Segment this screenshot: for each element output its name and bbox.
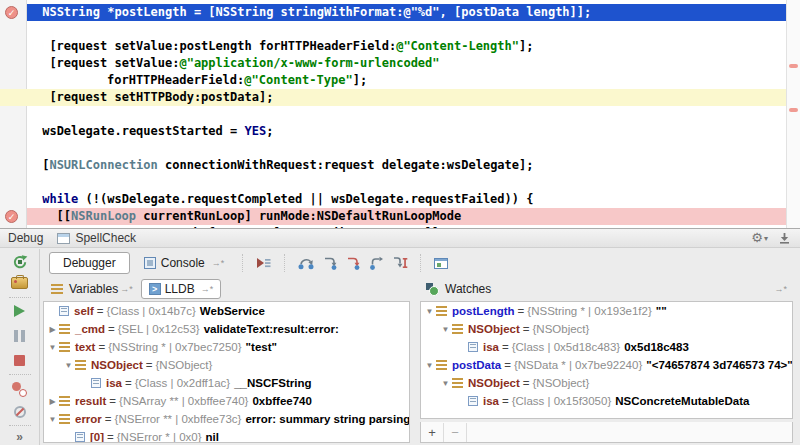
variable-name: error <box>75 413 102 425</box>
stripe-breakpoint-mark[interactable] <box>789 64 798 68</box>
equals-sign: = <box>523 323 530 335</box>
variable-icon <box>436 360 447 370</box>
restore-layout-button[interactable] <box>434 258 448 269</box>
pause-button[interactable] <box>14 328 25 344</box>
variable-icon <box>59 342 70 352</box>
mute-breakpoints-button[interactable] <box>14 404 26 420</box>
variable-type: {Class | 0x5d18c483} <box>512 341 620 353</box>
code-line[interactable]: [request setHTTPBody:postData]; <box>27 89 787 106</box>
breakpoint-icon[interactable]: ✓ <box>5 6 18 19</box>
variable-type: {NSError * | 0x0} <box>117 431 202 443</box>
expand-arrow-icon[interactable]: ▶ <box>46 325 59 334</box>
expand-arrow-icon[interactable]: ▼ <box>439 379 452 388</box>
code-line[interactable] <box>27 174 787 191</box>
step-out-button[interactable] <box>369 256 384 270</box>
variables-row[interactable]: ▼error={NSError ** | 0xbffee73c}error: s… <box>44 410 409 428</box>
watches-tree[interactable]: ▼postLength={NSString * | 0x193e1f2}""▼N… <box>420 301 793 419</box>
toolbox-button[interactable] <box>11 275 28 291</box>
code-editor[interactable]: NSString *postLength = [NSString stringW… <box>0 0 800 228</box>
view-breakpoints-button[interactable] <box>12 381 27 397</box>
stripe-breakpoint-mark[interactable] <box>789 108 798 112</box>
variables-row[interactable]: ▼text={NSString * | 0x7bec7250}"test" <box>44 338 409 356</box>
code-area[interactable]: NSString *postLength = [NSString stringW… <box>27 4 787 242</box>
step-into-button[interactable] <box>323 256 338 270</box>
equals-sign: = <box>105 413 112 425</box>
stop-button[interactable] <box>14 353 25 369</box>
code-token: NSString *postLength = [NSString stringW… <box>42 5 591 19</box>
code-line[interactable]: [request setValue:postLength forHTTPHead… <box>27 38 787 55</box>
expand-arrow-icon[interactable]: ▼ <box>423 361 436 370</box>
variable-icon <box>436 306 447 316</box>
variables-tree[interactable]: self={Class | 0x14b7c}WebService▶_cmd={S… <box>43 301 410 443</box>
variable-icon <box>452 378 463 388</box>
expand-arrow-icon[interactable]: ▼ <box>62 361 75 370</box>
watches-pane-header: Watches →* <box>418 277 795 301</box>
watches-row[interactable]: ▼NSObject={NSObject} <box>421 320 792 338</box>
remove-watch-button[interactable]: − <box>444 423 467 442</box>
code-token: [request setHTTPBody:postData]; <box>49 90 273 104</box>
variable-name: NSObject <box>91 359 143 371</box>
run-to-cursor-button[interactable] <box>392 256 408 270</box>
expand-arrow-icon[interactable]: ▼ <box>439 325 452 334</box>
variable-type: {Class | 0x2dff1ac} <box>135 377 230 389</box>
variable-name: NSObject <box>468 323 520 335</box>
rerun-button[interactable] <box>12 254 28 270</box>
more-actions-button[interactable]: » <box>16 429 23 445</box>
add-watch-button[interactable]: + <box>421 423 444 442</box>
show-execution-point-button[interactable] <box>256 256 272 270</box>
code-line[interactable] <box>27 21 787 38</box>
code-line[interactable]: wsDelegate.requestStarted = YES; <box>27 123 787 140</box>
gear-icon[interactable]: ⚙ <box>751 229 763 247</box>
expand-arrow-icon[interactable]: ▼ <box>423 307 436 316</box>
variables-row[interactable]: ▶result={NSArray ** | 0xbffee740}0xbffee… <box>44 392 409 410</box>
code-line[interactable]: [request setValue:@"application/x-www-fo… <box>27 55 787 72</box>
variable-name: text <box>75 341 95 353</box>
code-line[interactable] <box>27 106 787 123</box>
tab-debugger[interactable]: Debugger <box>49 252 130 274</box>
code-line[interactable] <box>27 140 787 157</box>
code-token: ]; <box>353 73 367 87</box>
code-line[interactable]: forHTTPHeaderField:@"Content-Type"]; <box>27 72 787 89</box>
variables-row[interactable]: isa={Class | 0x2dff1ac}__NSCFString <box>44 374 409 392</box>
tab-variables[interactable]: Variables <box>69 282 118 296</box>
watches-toolbar: + − <box>420 422 793 443</box>
variables-row[interactable]: [0]={NSError * | 0x0}nil <box>44 428 409 443</box>
code-line[interactable]: [[NSRunLoop currentRunLoop] runMode:NSDe… <box>27 208 787 225</box>
stop-icon <box>14 355 25 366</box>
code-line[interactable]: [NSURLConnection connectionWithRequest:r… <box>27 157 787 174</box>
code-line[interactable]: while (!(wsDelegate.requestCompleted || … <box>27 191 787 208</box>
tab-lldb[interactable]: > LLDB →* <box>141 279 222 299</box>
watches-row[interactable]: ▼postLength={NSString * | 0x193e1f2}"" <box>421 302 792 320</box>
resume-button[interactable] <box>14 304 25 320</box>
variable-name: isa <box>483 341 499 353</box>
expand-arrow-icon[interactable]: ▼ <box>46 415 59 424</box>
variables-row[interactable]: ▼NSObject={NSObject} <box>44 356 409 374</box>
tab-console[interactable]: Console →* <box>144 256 225 270</box>
code-token: connectionWithRequest:request delegate:w… <box>158 158 534 172</box>
toolbar-separator <box>420 254 422 272</box>
force-step-into-button[interactable] <box>346 256 361 270</box>
expand-arrow-icon[interactable]: ▶ <box>46 397 59 406</box>
variable-value: NSConcreteMutableData <box>615 395 749 407</box>
hide-panel-icon[interactable] <box>778 232 791 245</box>
variables-pane: Variables →* > LLDB →* self={Class | 0x1… <box>41 277 412 445</box>
variable-name: NSObject <box>468 377 520 389</box>
variable-value: "<74657874 3d746573 74>" <box>646 359 792 371</box>
watches-row[interactable]: ▼NSObject={NSObject} <box>421 374 792 392</box>
chevron-down-icon[interactable]: ▾ <box>764 234 768 243</box>
editor-gutter[interactable]: ✓✓ <box>0 0 27 228</box>
code-line[interactable]: NSString *postLength = [NSString stringW… <box>27 4 787 21</box>
variable-type: {NSObject} <box>532 323 589 335</box>
code-token: @"Content-Type" <box>244 73 352 87</box>
watches-row[interactable]: isa={Class | 0x5d18c483}0x5d18c483 <box>421 338 792 356</box>
variables-row[interactable]: self={Class | 0x14b7c}WebService <box>44 302 409 320</box>
equals-sign: = <box>146 359 153 371</box>
expand-arrow-icon[interactable]: ▼ <box>46 343 59 352</box>
watches-row[interactable]: ▼postData={NSData * | 0x7be92240}"<74657… <box>421 356 792 374</box>
session-tab[interactable]: SpellCheck <box>75 231 136 245</box>
session-window-icon <box>57 233 70 244</box>
variables-row[interactable]: ▶_cmd={SEL | 0x12c53}validateText:result… <box>44 320 409 338</box>
step-over-button[interactable] <box>298 256 315 270</box>
breakpoint-icon[interactable]: ✓ <box>5 210 18 223</box>
watches-row[interactable]: isa={Class | 0x15f3050}NSConcreteMutable… <box>421 392 792 410</box>
